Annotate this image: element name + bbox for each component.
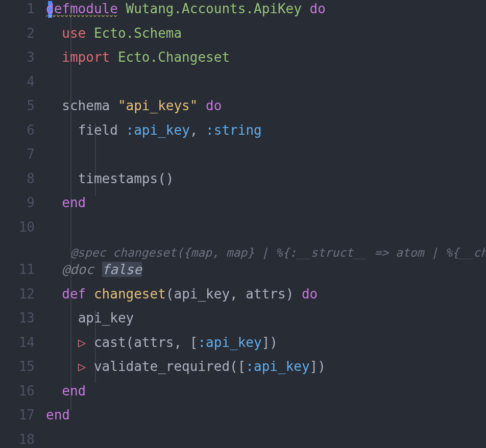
atom: :api_key bbox=[246, 359, 309, 374]
keyword-end: end bbox=[62, 195, 86, 210]
code-line[interactable]: 7 bbox=[0, 146, 486, 171]
code-line[interactable]: 4 bbox=[0, 74, 486, 98]
keyword-defmodule: defmodule bbox=[46, 1, 118, 17]
code-line[interactable]: 16 end bbox=[0, 383, 486, 408]
atom: :api_key bbox=[198, 335, 261, 350]
code-line[interactable]: 17 end bbox=[0, 407, 486, 432]
line-number: 18 bbox=[0, 432, 46, 447]
line-number: 14 bbox=[0, 335, 46, 350]
string-literal: "api_keys" bbox=[118, 98, 198, 113]
keyword-do: do bbox=[302, 286, 318, 302]
code-line[interactable]: 3 import Ecto.Changeset bbox=[0, 49, 486, 74]
code-editor[interactable]: 1 defmodule Wutang.Accounts.ApiKey do 2 … bbox=[0, 0, 486, 448]
keyword-do: do bbox=[206, 98, 222, 113]
line-number: 1 bbox=[0, 1, 46, 16]
code-line[interactable]: 11 @doc false bbox=[0, 262, 486, 286]
keyword-end: end bbox=[46, 407, 70, 422]
code-line[interactable]: 14 ▷ cast(attrs, [:api_key]) bbox=[0, 335, 486, 359]
spec-hint: @spec changeset({map, map} | %{:__struct… bbox=[46, 246, 486, 259]
code-line[interactable]: 8 timestamps() bbox=[0, 171, 486, 195]
macro-schema: schema bbox=[62, 98, 110, 113]
line-number: 5 bbox=[0, 98, 46, 113]
module-name: Wutang.Accounts.ApiKey bbox=[126, 1, 302, 16]
variable: api_key bbox=[78, 310, 134, 326]
macro-field: field bbox=[78, 122, 118, 138]
line-number: 4 bbox=[0, 74, 46, 89]
code-line[interactable]: 12 def changeset(api_key, attrs) do bbox=[0, 286, 486, 311]
line-number: 6 bbox=[0, 122, 46, 138]
module-ref: Ecto.Changeset bbox=[118, 49, 230, 65]
keyword-use: use bbox=[62, 26, 86, 41]
function-name: changeset bbox=[94, 286, 166, 302]
code-line[interactable]: 15 ▷ validate_required([:api_key]) bbox=[0, 359, 486, 383]
line-number: 7 bbox=[0, 146, 46, 162]
line-number: 9 bbox=[0, 195, 46, 210]
doc-attribute: @doc bbox=[62, 262, 102, 277]
module-ref: Ecto.Schema bbox=[94, 26, 182, 41]
line-number: 2 bbox=[0, 26, 46, 41]
keyword-import: import bbox=[62, 49, 110, 65]
code-line[interactable]: 18 bbox=[0, 432, 486, 449]
pipe-operator-icon: ▷ bbox=[78, 335, 86, 350]
code-line[interactable]: 6 field :api_key, :string bbox=[0, 122, 486, 147]
function-call: timestamps bbox=[78, 171, 158, 186]
line-number: 15 bbox=[0, 359, 46, 374]
inlay-hint: @spec changeset({map, map} | %{:__struct… bbox=[0, 243, 486, 262]
code-line[interactable]: 2 use Ecto.Schema bbox=[0, 26, 486, 50]
code-line[interactable]: 10 bbox=[0, 219, 486, 244]
function-call: cast bbox=[94, 335, 126, 350]
line-number: 13 bbox=[0, 310, 46, 326]
line-number: 17 bbox=[0, 407, 46, 422]
function-args: (api_key, attrs) bbox=[166, 286, 302, 302]
line-number: 3 bbox=[0, 49, 46, 65]
function-call: validate_required bbox=[94, 359, 230, 374]
keyword-def: def bbox=[62, 286, 86, 302]
pipe-operator-icon: ▷ bbox=[78, 359, 86, 374]
line-number: 8 bbox=[0, 171, 46, 186]
atom: :api_key bbox=[126, 122, 190, 138]
line-number: 12 bbox=[0, 286, 46, 302]
doc-false: false bbox=[102, 262, 142, 277]
keyword-end: end bbox=[62, 383, 86, 399]
atom: :string bbox=[206, 122, 262, 138]
line-number: 11 bbox=[0, 262, 46, 277]
keyword-do: do bbox=[310, 1, 326, 16]
code-line[interactable]: 5 schema "api_keys" do bbox=[0, 98, 486, 122]
code-line[interactable]: 13 api_key bbox=[0, 310, 486, 335]
code-line[interactable]: 9 end bbox=[0, 195, 486, 219]
line-number: 10 bbox=[0, 219, 46, 235]
line-number: 16 bbox=[0, 383, 46, 399]
code-line[interactable]: 1 defmodule Wutang.Accounts.ApiKey do bbox=[0, 1, 486, 26]
